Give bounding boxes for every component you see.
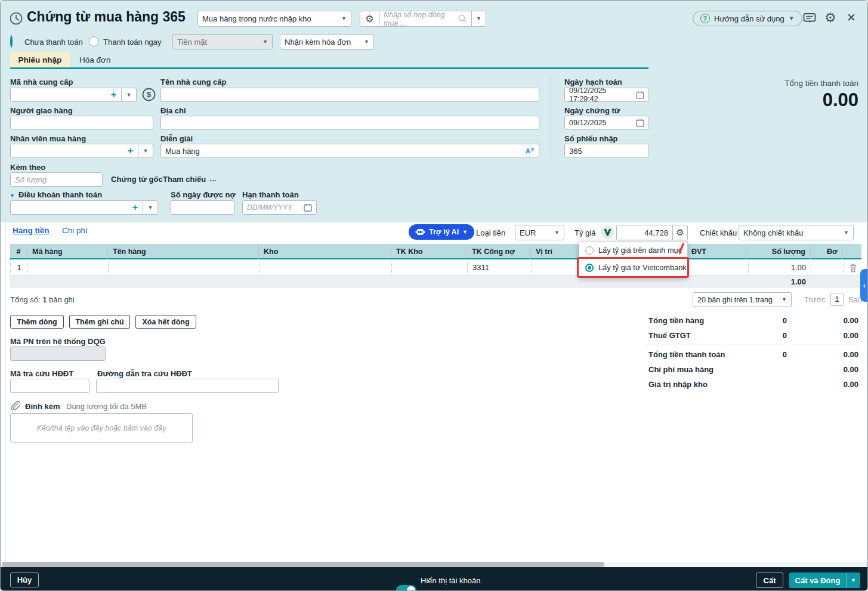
save-button[interactable]: Cất	[756, 573, 783, 588]
currency-select[interactable]: EUR ▼	[515, 225, 564, 240]
summary-label-4: Giá trị nhập kho	[648, 380, 708, 389]
chevron-down-icon: ▼	[789, 16, 795, 21]
translate-icon[interactable]: A	[525, 147, 535, 155]
invoice-mode-select[interactable]: Nhận kèm hóa đơn ▼	[280, 34, 374, 49]
settings-gear-icon[interactable]: ⚙	[824, 10, 836, 26]
cell-index[interactable]: 1	[11, 259, 28, 276]
cell-unit-price[interactable]	[811, 259, 844, 276]
due-date-label: Hạn thanh toán	[242, 190, 299, 199]
cancel-button[interactable]: Hủy	[10, 573, 39, 587]
address-input[interactable]	[160, 116, 539, 130]
radio-catalog[interactable]	[585, 246, 594, 255]
page-number-box[interactable]: 1	[830, 293, 844, 306]
deliverer-input[interactable]	[10, 116, 153, 130]
buyer-input[interactable]: + ▼	[10, 144, 153, 158]
clear-rows-button[interactable]: Xóa hết dòng	[135, 315, 196, 329]
chevron-down-icon: ▼	[341, 16, 347, 21]
receipt-no-value: 365	[569, 147, 582, 156]
save-close-dropdown[interactable]: ▼	[846, 573, 860, 588]
payment-terms-input[interactable]: + ▼	[10, 200, 158, 215]
col-warehouse: Kho	[259, 244, 391, 259]
radio-unpaid[interactable]	[10, 35, 13, 48]
help-label: Hướng dẫn sử dụng	[714, 14, 784, 23]
pn-code-input	[10, 346, 106, 361]
rate-option-catalog[interactable]: Lấy tỷ giá trên danh mục	[579, 242, 687, 259]
supplier-name-input[interactable]	[160, 88, 539, 102]
doc-date-input[interactable]: 09/12/2025	[564, 116, 649, 130]
side-panel-toggle[interactable]: ‹	[860, 269, 868, 302]
horizontal-scrollbar-thumb[interactable]	[2, 562, 604, 567]
history-icon[interactable]	[8, 11, 24, 29]
calendar-icon[interactable]	[304, 203, 312, 212]
cell-item-code[interactable]	[28, 259, 109, 276]
calendar-icon[interactable]	[636, 119, 644, 127]
due-date-input[interactable]: DD/MM/YYYY	[242, 200, 317, 215]
add-note-button[interactable]: Thêm ghi chú	[69, 315, 130, 329]
tab-goods[interactable]: Hàng tiền	[13, 226, 50, 235]
description-label: Diễn giải	[160, 134, 193, 143]
rate-settings-button[interactable]: ⚙	[672, 225, 687, 240]
add-row-button[interactable]: Thêm dòng	[10, 315, 64, 329]
tab-invoice-label: Hóa đơn	[79, 55, 110, 64]
summary-right-1: 0.00	[799, 331, 858, 340]
paperclip-icon	[10, 401, 20, 414]
contract-dropdown-button[interactable]: ▼	[471, 11, 486, 26]
lookup-url-input[interactable]	[96, 379, 279, 393]
search-icon	[458, 14, 467, 23]
payment-method-select[interactable]: Tiền mặt ▼	[172, 34, 273, 49]
close-icon[interactable]: ✕	[847, 11, 856, 24]
chevron-down-icon: ▼	[126, 92, 132, 98]
radio-vietcombank[interactable]	[585, 264, 594, 272]
money-icon[interactable]: $	[142, 88, 156, 104]
page-size-select[interactable]: 20 bản ghi trên 1 trang ▼	[693, 292, 792, 307]
radio-pay-now[interactable]	[89, 36, 99, 47]
cell-unit[interactable]	[687, 259, 749, 276]
radio-pay-now-label: Thanh toán ngay	[103, 38, 162, 47]
more-link[interactable]: ...	[209, 174, 217, 183]
calendar-icon[interactable]	[636, 91, 644, 99]
record-count-value: 1	[42, 295, 47, 304]
supplier-code-dropdown[interactable]: ▼	[121, 88, 136, 101]
contract-settings-button[interactable]: ⚙	[360, 11, 379, 26]
attachment-dropzone[interactable]: Kéo/thả tệp vào đây hoặc bấm vào đây	[10, 413, 193, 443]
discount-select[interactable]: Không chiết khấu ▼	[739, 225, 854, 240]
help-button[interactable]: ? Hướng dẫn sử dụng ▼	[693, 11, 802, 26]
cell-warehouse[interactable]	[260, 259, 392, 276]
cell-tk-cong-no[interactable]: 3311	[468, 259, 532, 276]
doc-type-select[interactable]: Mua hàng trong nước nhập kho ▼	[197, 11, 351, 27]
attached-input[interactable]: Số lượng	[10, 172, 103, 187]
add-buyer-icon[interactable]: +	[128, 146, 138, 156]
tab-underline	[10, 67, 648, 69]
ai-assistant-button[interactable]: Trợ lý AI ▼	[409, 224, 474, 240]
rate-input[interactable]: 44,728	[617, 225, 672, 240]
record-count-prefix: Tổng số:	[10, 295, 41, 304]
save-close-button[interactable]: Cất và Đóng	[789, 573, 846, 588]
show-accounts-toggle[interactable]	[396, 585, 416, 591]
debt-days-input[interactable]	[171, 200, 234, 215]
prev-page-button[interactable]: Trước	[804, 295, 826, 304]
receipt-no-input[interactable]: 365	[564, 144, 649, 158]
currency-label: Loại tiền	[476, 228, 505, 237]
cell-item-name[interactable]	[109, 259, 260, 276]
rate-option-vietcombank[interactable]: Lấy tỷ giá từ Vietcombank	[579, 259, 687, 276]
tab-cost[interactable]: Chi phí	[62, 226, 88, 235]
add-payment-term-icon[interactable]: +	[132, 203, 143, 212]
lookup-code-input[interactable]	[10, 379, 89, 393]
cell-tk-kho[interactable]	[392, 259, 468, 276]
col-quantity: Số lượng	[748, 244, 811, 259]
contract-search-input[interactable]: Nhập số hợp đồng mua ...	[379, 11, 471, 26]
cell-quantity[interactable]: 1.00	[749, 259, 811, 276]
feedback-icon[interactable]	[803, 13, 816, 27]
payment-terms-dropdown[interactable]: ▼	[143, 201, 157, 214]
buyer-dropdown[interactable]: ▼	[138, 144, 153, 157]
description-input[interactable]: Mua hàng A	[160, 144, 539, 158]
tab-invoice[interactable]: Hóa đơn	[79, 55, 110, 64]
posting-date-input[interactable]: 09/12/2025 17:29:42	[564, 88, 649, 102]
add-supplier-icon[interactable]: +	[111, 90, 121, 100]
col-index: #	[10, 244, 27, 259]
trash-icon[interactable]	[849, 263, 857, 273]
tab-receipt[interactable]: Phiếu nhập	[10, 52, 70, 68]
collapse-caret-icon[interactable]: ▼	[10, 193, 15, 199]
supplier-code-input[interactable]: + ▼	[10, 88, 137, 102]
vietcombank-icon[interactable]	[601, 225, 614, 242]
